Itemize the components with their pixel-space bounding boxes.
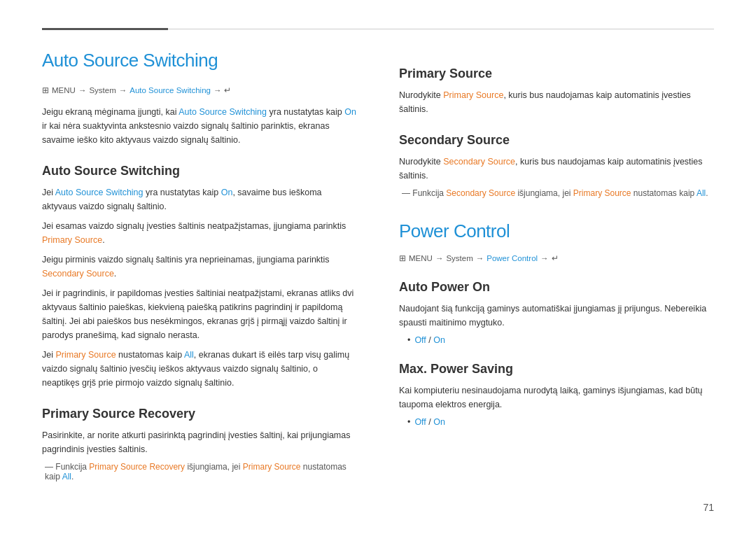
- secondary-source-note: ― Funkcija Secondary Source išjungiama, …: [399, 188, 714, 198]
- power-control-heading: Power Control: [399, 220, 714, 242]
- auto-para1: Jei Auto Source Switching yra nustatytas…: [42, 185, 357, 213]
- menu-text-left: MENU: [52, 86, 76, 94]
- menu-icon-left: ⊞: [42, 85, 49, 95]
- auto-source-heading: Auto Source Switching: [42, 164, 357, 178]
- recovery-link-all: All: [62, 472, 71, 482]
- menu-text-right: MENU: [409, 254, 433, 262]
- columns: Auto Source Switching ⊞ MENU → System → …: [42, 50, 714, 506]
- menu-enter-left: ↵: [224, 85, 231, 95]
- primary-source-link: Primary Source: [443, 90, 503, 100]
- page-number: 71: [703, 502, 714, 513]
- secondary-source-link: Secondary Source: [443, 157, 515, 167]
- auto-para2: Jei esamas vaizdo signalų įvesties šalti…: [42, 219, 357, 247]
- primary-source-para1: Nurodykite Primary Source, kuris bus nau…: [399, 88, 714, 116]
- divider-light: [168, 29, 714, 29]
- secondary-link2: Primary Source: [573, 188, 631, 198]
- page-container: Auto Source Switching ⊞ MENU → System → …: [0, 0, 756, 534]
- menu-path-right: ⊞ MENU → System → Power Control → ↵: [399, 253, 714, 263]
- max-power-on-link: On: [433, 417, 445, 427]
- main-heading: Auto Source Switching: [42, 50, 357, 71]
- menu-icon-right: ⊞: [399, 253, 406, 263]
- secondary-source-heading: Secondary Source: [399, 133, 714, 148]
- auto-link-on1: On: [221, 188, 233, 197]
- auto-power-on-para1: Naudojant šią funkciją gaminys automatiš…: [399, 302, 714, 330]
- auto-link-all1: All: [184, 350, 194, 360]
- col-right: Primary Source Nurodykite Primary Source…: [399, 50, 714, 506]
- intro-link-auto: Auto Source Switching: [178, 107, 267, 117]
- max-power-off-link: Off: [414, 417, 426, 427]
- auto-power-on-list: Off / On: [407, 335, 714, 345]
- auto-link-primary1: Primary Source: [42, 235, 102, 245]
- secondary-link-all: All: [696, 188, 706, 198]
- max-power-saving-para1: Kai kompiuteriu nesinaudojama nurodytą l…: [399, 384, 714, 412]
- top-dividers: [42, 28, 714, 30]
- secondary-source-para1: Nurodykite Secondary Source, kuris bus n…: [399, 155, 714, 183]
- menu-enter-right: ↵: [552, 253, 559, 263]
- primary-source-heading: Primary Source: [399, 66, 714, 81]
- auto-power-on-link: On: [433, 335, 445, 345]
- menu-system-left: System: [89, 86, 115, 94]
- auto-para4: Jei ir pagrindinis, ir papildomas įvesti…: [42, 286, 357, 342]
- menu-path-left: ⊞ MENU → System → Auto Source Switching …: [42, 85, 357, 95]
- menu-link-right: Power Control: [486, 254, 538, 262]
- primary-recovery-heading: Primary Source Recovery: [42, 407, 357, 421]
- max-power-saving-list: Off / On: [407, 417, 714, 427]
- auto-power-off-link: Off: [414, 335, 426, 345]
- menu-system-right: System: [446, 254, 472, 262]
- auto-power-on-heading: Auto Power On: [399, 280, 714, 295]
- max-power-saving-heading: Max. Power Saving: [399, 362, 714, 377]
- divider-dark: [42, 28, 168, 30]
- primary-recovery-para1: Pasirinkite, ar norite atkurti pasirinkt…: [42, 428, 357, 456]
- intro-text: Jeigu ekraną mėginama įjungti, kai Auto …: [42, 105, 357, 147]
- primary-recovery-note: ― Funkcija Primary Source Recovery išjun…: [42, 462, 357, 482]
- intro-link-on: On: [344, 107, 356, 117]
- secondary-link1: Secondary Source: [446, 188, 515, 198]
- secondary-source-section: Secondary Source Nurodykite Secondary So…: [399, 133, 714, 198]
- auto-link-secondary1: Secondary Source: [42, 269, 114, 279]
- menu-link-left: Auto Source Switching: [130, 86, 211, 94]
- auto-link1: Auto Source Switching: [55, 188, 144, 197]
- col-left: Auto Source Switching ⊞ MENU → System → …: [42, 50, 357, 506]
- power-control-section: Power Control ⊞ MENU → System → Power Co…: [399, 220, 714, 427]
- primary-source-section: Primary Source Nurodykite Primary Source…: [399, 66, 714, 116]
- recovery-link1: Primary Source Recovery: [89, 462, 185, 472]
- auto-power-on-bullet: Off / On: [407, 335, 714, 345]
- max-power-saving-bullet: Off / On: [407, 417, 714, 427]
- auto-link-primary2: Primary Source: [55, 350, 115, 360]
- auto-para5: Jei Primary Source nustatomas kaip All, …: [42, 348, 357, 390]
- recovery-link2: Primary Source: [243, 462, 301, 472]
- auto-para3: Jeigu pirminis vaizdo signalų šaltinis y…: [42, 253, 357, 281]
